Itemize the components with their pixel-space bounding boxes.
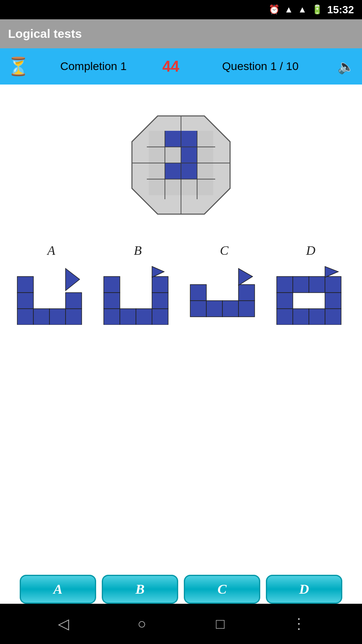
- puzzle-image: [125, 109, 237, 221]
- completion-label: Completion 1: [32, 60, 155, 73]
- svg-rect-8: [181, 147, 197, 163]
- svg-rect-38: [152, 309, 168, 325]
- answer-btn-a[interactable]: A: [20, 575, 96, 604]
- svg-rect-10: [149, 163, 165, 179]
- svg-rect-25: [17, 277, 33, 293]
- option-a-shape: [11, 264, 92, 325]
- option-label-a: A: [11, 243, 92, 258]
- svg-marker-41: [152, 266, 164, 277]
- svg-rect-50: [293, 277, 309, 293]
- option-labels: A B C D: [8, 243, 354, 258]
- svg-rect-56: [325, 293, 341, 309]
- app-title: Logical tests: [8, 27, 82, 41]
- svg-rect-53: [293, 309, 309, 325]
- svg-rect-49: [277, 277, 293, 293]
- svg-rect-5: [197, 131, 213, 147]
- back-nav-icon[interactable]: ◁: [51, 612, 76, 636]
- svg-rect-39: [152, 293, 168, 309]
- svg-rect-54: [309, 277, 325, 293]
- svg-rect-3: [165, 131, 181, 147]
- answer-btn-b[interactable]: B: [102, 575, 178, 604]
- option-c-svg: [186, 264, 263, 325]
- svg-rect-15: [165, 179, 181, 195]
- svg-rect-58: [309, 309, 325, 325]
- svg-rect-46: [239, 301, 255, 317]
- svg-rect-11: [165, 163, 181, 179]
- svg-rect-31: [66, 293, 82, 309]
- svg-rect-16: [181, 179, 197, 195]
- option-shapes: [8, 264, 354, 325]
- svg-marker-59: [325, 266, 338, 277]
- svg-rect-30: [66, 309, 82, 325]
- status-bar: ⏰ ▲ ▲ 🔋 15:32: [0, 0, 362, 19]
- svg-rect-42: [190, 285, 206, 301]
- svg-rect-17: [197, 179, 213, 195]
- svg-rect-2: [149, 131, 165, 147]
- option-c-shape: [184, 264, 265, 325]
- svg-marker-32: [66, 268, 80, 291]
- battery-icon: 🔋: [312, 4, 323, 15]
- svg-rect-51: [277, 293, 293, 309]
- option-a-svg: [13, 264, 90, 325]
- svg-rect-27: [17, 309, 33, 325]
- svg-rect-12: [181, 163, 197, 179]
- answer-buttons: A B C D: [20, 575, 342, 604]
- signal-icon: ▲: [298, 4, 307, 15]
- recent-nav-icon[interactable]: □: [208, 612, 232, 636]
- option-label-d: D: [271, 243, 351, 258]
- svg-rect-37: [136, 309, 152, 325]
- svg-rect-33: [104, 277, 120, 293]
- svg-rect-44: [206, 301, 222, 317]
- svg-rect-35: [104, 309, 120, 325]
- svg-rect-13: [197, 163, 213, 179]
- hourglass-icon: ⏳: [4, 52, 32, 80]
- bottom-nav: ◁ ○ □ ⋮: [0, 604, 362, 644]
- svg-rect-57: [325, 309, 341, 325]
- question-label: Question 1 / 10: [187, 60, 334, 73]
- option-label-c: C: [184, 243, 265, 258]
- svg-rect-36: [120, 309, 136, 325]
- svg-rect-52: [277, 309, 293, 325]
- svg-marker-48: [239, 268, 253, 285]
- svg-rect-26: [17, 293, 33, 309]
- home-nav-icon[interactable]: ○: [130, 612, 154, 636]
- option-label-b: B: [98, 243, 178, 258]
- svg-rect-29: [49, 309, 66, 325]
- sound-icon[interactable]: 🔈: [334, 54, 358, 78]
- svg-rect-34: [104, 293, 120, 309]
- answer-btn-d[interactable]: D: [266, 575, 342, 604]
- time-display: 15:32: [327, 4, 354, 16]
- svg-rect-14: [149, 179, 165, 195]
- svg-rect-6: [149, 147, 165, 163]
- option-b-shape: [98, 264, 178, 325]
- more-nav-icon[interactable]: ⋮: [287, 612, 311, 636]
- option-b-svg: [100, 264, 176, 325]
- main-content: A B C D: [0, 85, 362, 604]
- svg-rect-55: [325, 277, 341, 293]
- svg-rect-45: [222, 301, 239, 317]
- svg-rect-47: [239, 285, 255, 301]
- clock-icon: ⏰: [269, 4, 280, 15]
- svg-rect-9: [197, 147, 213, 163]
- svg-rect-40: [152, 277, 168, 293]
- timer-value: 44: [155, 58, 187, 75]
- svg-rect-7: [165, 147, 181, 163]
- svg-rect-43: [190, 301, 206, 317]
- app-title-bar: Logical tests: [0, 19, 362, 48]
- svg-rect-4: [181, 131, 197, 147]
- toolbar: ⏳ Completion 1 44 Question 1 / 10 🔈: [0, 48, 362, 85]
- option-d-shape: [271, 264, 351, 325]
- svg-rect-28: [33, 309, 49, 325]
- answer-btn-c[interactable]: C: [184, 575, 260, 604]
- wifi-icon: ▲: [284, 4, 293, 15]
- puzzle-container: [125, 109, 237, 223]
- option-d-svg: [273, 264, 349, 325]
